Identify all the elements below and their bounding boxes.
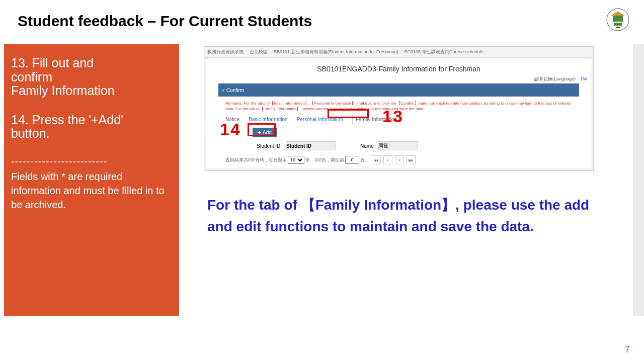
name-field[interactable]	[378, 141, 418, 150]
page-title: Student feedback – For Current Students	[18, 13, 312, 30]
svg-rect-1	[613, 15, 623, 22]
callout-14: 14	[220, 120, 241, 139]
svg-marker-2	[611, 12, 625, 16]
page-number: 7	[625, 344, 630, 355]
confirm-button[interactable]: Confirm	[221, 87, 244, 93]
step-14-line1: 14. Press the '+Add'	[11, 113, 171, 127]
sidebar-note: Fields with * are required information a…	[11, 169, 171, 212]
pager-first-icon[interactable]: ⏮	[372, 155, 381, 164]
lang-tw-link[interactable]: TW	[580, 76, 587, 81]
form-title: SB0101ENGADD3-Family Information for Fre…	[206, 60, 591, 76]
step-13-line1: 13. Fill out and	[11, 56, 171, 70]
instruction-sidebar: 13. Fill out and confirm Family Informat…	[4, 44, 179, 316]
svg-rect-3	[614, 23, 622, 26]
nav-link-sc0106: SC0106-學生課表查詢Course schedule	[405, 49, 484, 55]
page-number-input[interactable]	[345, 156, 359, 164]
callout-13: 13	[382, 107, 404, 126]
step-13-line3: Family Information	[11, 84, 171, 98]
nav-link-sb0101: SB0101-新生學籍資料填報(Student Information for …	[274, 49, 398, 55]
highlight-box-13	[328, 109, 369, 118]
step-13-line2: confirm	[11, 70, 171, 84]
pager-next-icon[interactable]: ›	[395, 155, 404, 164]
highlight-box-14	[248, 123, 276, 136]
student-id-field[interactable]	[286, 141, 336, 150]
pager: 查詢結果共0筆資料，每頁顯示 10 筆，共0頁，前往第 頁。 ⏮ ‹ › ⏭	[225, 155, 572, 164]
nav-campus: 台北校區	[250, 49, 268, 55]
label-student-id: Student ID.	[257, 143, 282, 149]
pager-prev-icon[interactable]: ‹	[383, 155, 392, 164]
tab-basic-information[interactable]: Basic Information	[249, 117, 287, 122]
pager-last-icon[interactable]: ⏭	[407, 155, 416, 164]
label-name: Name	[360, 143, 374, 149]
main-instruction-text: For the tab of 【Family Information】, ple…	[207, 194, 590, 238]
svg-rect-4	[616, 27, 620, 28]
sidebar-divider: -------------------------	[11, 156, 171, 167]
nav-system: 教務行政資訊系統	[207, 49, 244, 55]
university-logo-icon	[606, 8, 630, 32]
step-14-line2: button.	[11, 127, 171, 141]
language-switch: 語系切換(Language)：TW	[206, 76, 591, 83]
right-gray-strip	[633, 44, 644, 316]
page-size-select[interactable]: 10	[288, 156, 304, 164]
